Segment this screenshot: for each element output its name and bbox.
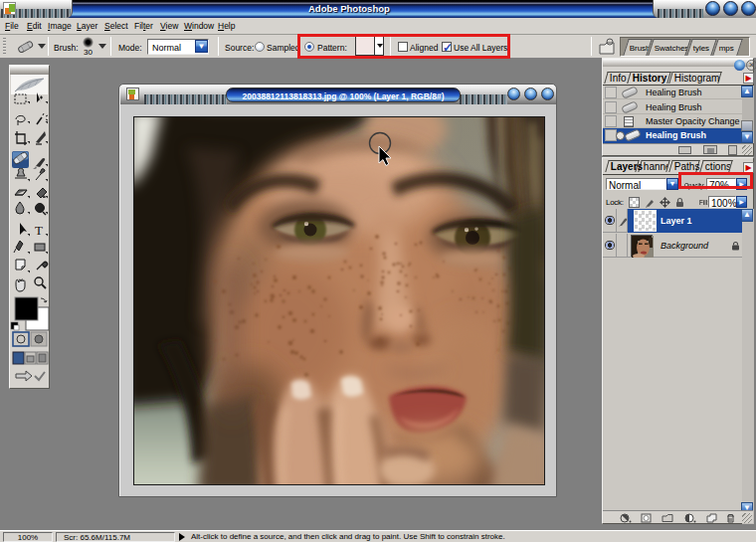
svg-text:T: T bbox=[35, 223, 43, 238]
